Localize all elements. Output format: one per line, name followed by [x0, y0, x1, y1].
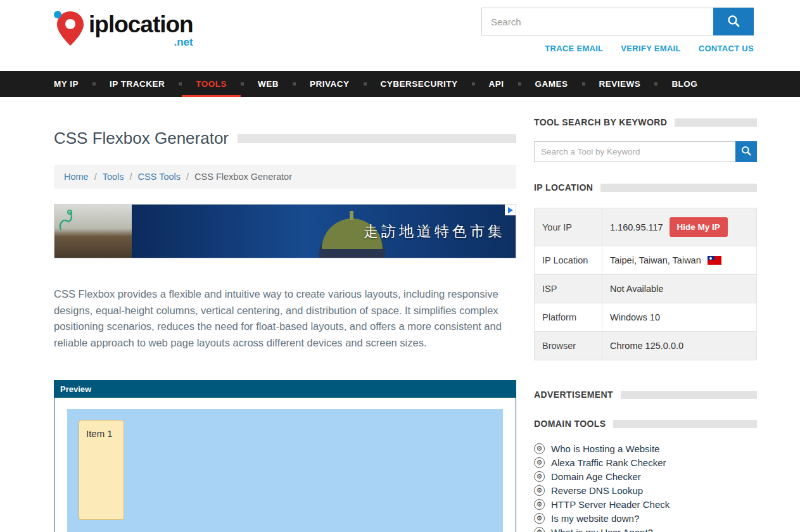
isp-value: Not Available — [602, 275, 757, 303]
sidebar: TOOL SEARCH BY KEYWORD IP LOCATION — [534, 97, 757, 532]
page-title: CSS Flexbox Generator — [54, 129, 229, 148]
adchoices-icon[interactable] — [505, 205, 516, 215]
search-icon — [741, 146, 751, 158]
hide-my-ip-button[interactable]: Hide My IP — [670, 217, 728, 237]
title-decoration-bar — [238, 134, 516, 143]
page-description: CSS Flexbox provides a flexible and intu… — [54, 286, 516, 351]
header-links: TRACE EMAIL VERIFY EMAIL CONTACT US — [481, 44, 754, 53]
trace-email-link[interactable]: TRACE EMAIL — [545, 44, 603, 53]
domain-tools-list: ⚙ Who is Hosting a Website ⚙ Alexa Traff… — [534, 441, 757, 532]
main-nav: MY IP IP TRACKER TOOLS WEB PRIVACY CYBER… — [0, 71, 800, 97]
flexbox-preview-item[interactable]: Item 1 — [79, 420, 124, 520]
logo-tld: .net — [89, 37, 193, 48]
table-row: Platform Windows 10 — [535, 303, 757, 332]
heading-decoration-bar — [621, 391, 757, 399]
nav-item-cybersecurity[interactable]: CYBERSECURITY — [367, 71, 472, 97]
ad-banner[interactable]: 走訪地道特色市集 — [54, 204, 516, 258]
row-label: IP Location — [535, 246, 602, 275]
flexbox-preview-container: Item 1 — [67, 409, 503, 532]
breadcrumb-css-tools[interactable]: CSS Tools — [138, 172, 181, 182]
list-item-user-agent[interactable]: ⚙ What is my User Agent? — [534, 525, 757, 532]
gear-icon: ⚙ — [534, 485, 545, 496]
tool-search-input[interactable] — [534, 141, 735, 162]
list-item-who-is-hosting[interactable]: ⚙ Who is Hosting a Website — [534, 441, 757, 455]
contact-us-link[interactable]: CONTACT US — [699, 44, 754, 53]
gear-icon: ⚙ — [534, 527, 545, 532]
your-ip-value: 1.160.95.117 — [610, 222, 663, 232]
gear-icon: ⚙ — [534, 471, 545, 482]
ad-right-image: 走訪地道特色市集 — [132, 205, 516, 258]
domain-tools-heading: DOMAIN TOOLS — [534, 419, 606, 429]
table-row: Browser Chrome 125.0.0.0 — [535, 332, 757, 360]
row-label: Browser — [535, 332, 602, 360]
preview-panel-header: Preview — [54, 381, 516, 398]
breadcrumb: Home / Tools / CSS Tools / CSS Flexbox G… — [54, 165, 516, 189]
header-search-button[interactable] — [713, 8, 754, 35]
nav-item-ip-tracker[interactable]: IP TRACKER — [96, 71, 179, 97]
browser-value: Chrome 125.0.0.0 — [602, 332, 757, 360]
nav-item-web[interactable]: WEB — [244, 71, 293, 97]
table-row: Your IP 1.160.95.117 Hide My IP — [535, 208, 757, 246]
row-label: ISP — [535, 275, 602, 303]
ip-location-table: Your IP 1.160.95.117 Hide My IP IP Locat… — [534, 208, 757, 360]
gear-icon: ⚙ — [534, 513, 545, 524]
header-search-input[interactable] — [481, 8, 713, 35]
nav-item-api[interactable]: API — [475, 71, 518, 97]
top-header: iplocation .net TRACE EMAIL VERIFY EMAIL… — [0, 0, 800, 71]
ad-left-image — [54, 205, 132, 258]
nav-item-games[interactable]: GAMES — [521, 71, 582, 97]
logo-text: iplocation — [89, 11, 193, 37]
row-label: Platform — [535, 303, 602, 332]
table-row: IP Location Taipei, Taiwan, Taiwan — [535, 246, 757, 275]
list-item-alexa-rank[interactable]: ⚙ Alexa Traffic Rank Checker — [534, 455, 757, 469]
breadcrumb-tools[interactable]: Tools — [103, 172, 124, 182]
heading-decoration-bar — [675, 118, 757, 127]
nav-item-my-ip[interactable]: MY IP — [54, 71, 92, 97]
breadcrumb-home[interactable]: Home — [64, 172, 89, 182]
row-label: Your IP — [535, 208, 602, 246]
search-icon — [727, 15, 740, 29]
nav-item-privacy[interactable]: PRIVACY — [296, 71, 364, 97]
site-logo[interactable]: iplocation .net — [51, 8, 193, 49]
nav-item-tools[interactable]: TOOLS — [182, 71, 241, 97]
platform-value: Windows 10 — [602, 303, 757, 332]
header-search — [481, 8, 754, 35]
nav-item-reviews[interactable]: REVIEWS — [585, 71, 655, 97]
list-item-http-header[interactable]: ⚙ HTTP Server Header Check — [534, 497, 757, 511]
gear-icon: ⚙ — [534, 499, 545, 510]
gear-icon: ⚙ — [534, 443, 545, 454]
list-item-website-down[interactable]: ⚙ Is my website down? — [534, 511, 757, 525]
tool-search — [534, 141, 757, 162]
gear-icon: ⚙ — [534, 457, 545, 468]
preview-panel: Preview Item 1 — [54, 380, 516, 532]
ip-location-heading: IP LOCATION — [534, 182, 593, 193]
heading-decoration-bar — [600, 184, 757, 192]
ad-overlay-text: 走訪地道特色市集 — [364, 222, 505, 241]
nav-item-blog[interactable]: BLOG — [657, 71, 711, 97]
taiwan-flag-icon — [708, 256, 721, 265]
advertisement-heading: ADVERTISEMENT — [534, 390, 613, 400]
tool-search-heading: TOOL SEARCH BY KEYWORD — [534, 117, 667, 127]
main-content: CSS Flexbox Generator Home / Tools / CSS… — [54, 97, 516, 532]
table-row: ISP Not Available — [535, 275, 757, 303]
tool-search-button[interactable] — [735, 141, 757, 162]
heading-decoration-bar — [613, 420, 757, 428]
verify-email-link[interactable]: VERIFY EMAIL — [621, 44, 680, 53]
breadcrumb-current: CSS Flexbox Generator — [194, 172, 292, 182]
list-item-reverse-dns[interactable]: ⚙ Reverse DNS Lookup — [534, 483, 757, 497]
ip-location-value: Taipei, Taiwan, Taiwan — [610, 255, 701, 265]
list-item-domain-age[interactable]: ⚙ Domain Age Checker — [534, 469, 757, 483]
logo-pin-icon — [51, 8, 87, 49]
